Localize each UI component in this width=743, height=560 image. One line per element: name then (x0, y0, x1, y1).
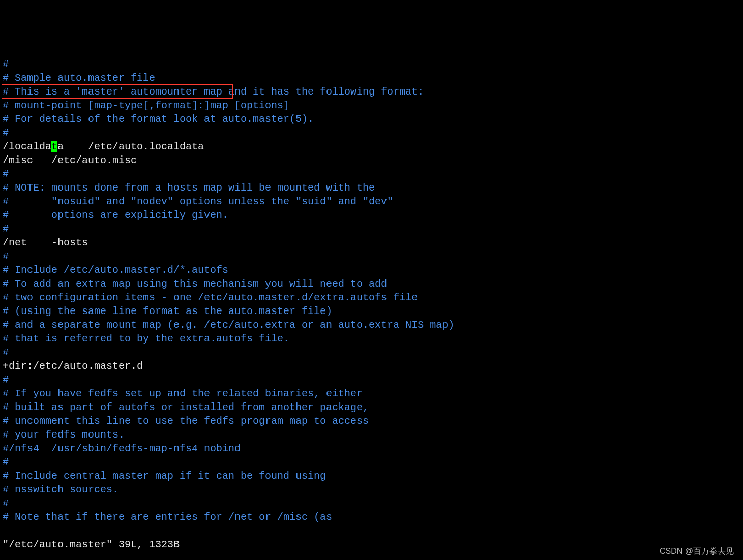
code-line[interactable]: # Include /etc/auto.master.d/*.autofs (3, 263, 740, 277)
code-line[interactable]: # (3, 496, 740, 510)
code-line[interactable]: #/nfs4 /usr/sbin/fedfs-map-nfs4 nobind (3, 442, 740, 455)
code-line[interactable]: # Include central master map if it can b… (3, 469, 740, 483)
code-line[interactable]: # Sample auto.master file (3, 71, 740, 85)
code-line[interactable]: # NOTE: mounts done from a hosts map wil… (3, 181, 740, 195)
code-line[interactable]: # two configuration items - one /etc/aut… (3, 291, 740, 304)
code-line[interactable]: # options are explicitly given. (3, 208, 740, 222)
text-before-cursor: /localda (3, 141, 51, 152)
text-after-cursor: a /etc/auto.localdata (57, 141, 204, 152)
code-line[interactable]: /net -hosts (3, 236, 740, 250)
code-line[interactable]: # To add an extra map using this mechani… (3, 277, 740, 291)
code-line[interactable]: # mount-point [map-type[,format]:]map [o… (3, 99, 740, 112)
cursor: t (51, 141, 57, 152)
code-line[interactable]: # If you have fedfs set up and the relat… (3, 387, 740, 400)
vim-editor[interactable]: ## Sample auto.master file# This is a 'm… (3, 57, 740, 524)
code-line[interactable]: # that is referred to by the extra.autof… (3, 332, 740, 346)
code-line[interactable]: # (3, 126, 740, 140)
code-line[interactable]: # For details of the format look at auto… (3, 112, 740, 126)
code-line[interactable]: # (3, 250, 740, 263)
code-line[interactable]: # your fedfs mounts. (3, 428, 740, 442)
code-line[interactable]: # (3, 373, 740, 387)
code-line[interactable]: /localdata /etc/auto.localdata (3, 140, 740, 153)
code-line[interactable]: # and a separate mount map (e.g. /etc/au… (3, 318, 740, 332)
code-line[interactable]: # (3, 57, 740, 71)
watermark: CSDN @百万拳去见 (660, 546, 734, 557)
code-line[interactable]: # (3, 222, 740, 236)
code-line[interactable]: # built as part of autofs or installed f… (3, 400, 740, 414)
code-line[interactable]: # uncomment this line to use the fedfs p… (3, 414, 740, 428)
vim-status-line: "/etc/auto.master" 39L, 1323B (3, 538, 740, 551)
code-line[interactable]: # (using the same line format as the aut… (3, 304, 740, 318)
code-line[interactable]: # Note that if there are entries for /ne… (3, 510, 740, 524)
code-line[interactable]: # This is a 'master' automounter map and… (3, 85, 740, 99)
code-line[interactable]: # nsswitch sources. (3, 483, 740, 496)
code-line[interactable]: # "nosuid" and "nodev" options unless th… (3, 195, 740, 208)
code-line[interactable]: # (3, 455, 740, 469)
code-line[interactable]: /misc /etc/auto.misc (3, 153, 740, 167)
code-line[interactable]: +dir:/etc/auto.master.d (3, 359, 740, 373)
code-line[interactable]: # (3, 167, 740, 181)
code-line[interactable]: # (3, 346, 740, 359)
